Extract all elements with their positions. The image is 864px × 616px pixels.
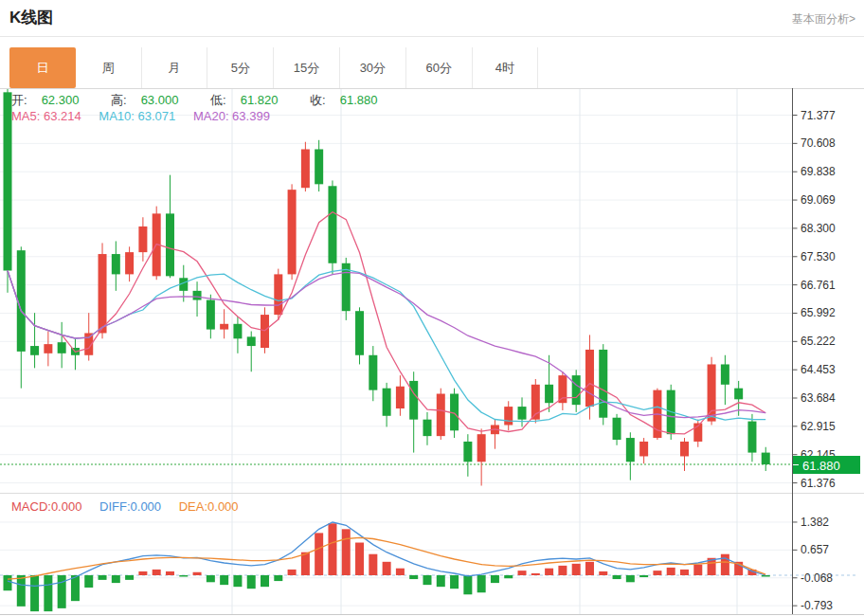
macd-bar: [261, 575, 269, 587]
candle: [721, 364, 729, 384]
candle: [99, 254, 107, 333]
ma-legend: MA5: 63.214 MA10: 63.071 MA20: 63.399: [11, 109, 284, 123]
svg-text:1.382: 1.382: [801, 516, 829, 529]
current-price-badge: 61.880: [793, 456, 860, 474]
svg-text:0.657: 0.657: [801, 543, 829, 556]
candle: [437, 394, 445, 437]
close-value: 收:61.880: [310, 93, 391, 107]
macd-bar: [626, 575, 635, 582]
candle: [328, 186, 336, 263]
candle: [545, 385, 553, 403]
diff-line: [8, 522, 765, 586]
macd-bar: [477, 575, 486, 592]
candle: [477, 434, 486, 462]
low-value: 低:61.820: [210, 93, 292, 107]
macd-bar: [138, 571, 147, 575]
macd-bar: [4, 575, 12, 590]
macd-bar: [247, 575, 256, 589]
svg-text:-0.068: -0.068: [801, 571, 833, 585]
candle: [30, 346, 39, 355]
kline-page: K线图 基本面分析> 日周月5分15分30分60分4时 71.37770.608…: [0, 0, 864, 616]
candle: [288, 190, 297, 274]
svg-text:65.222: 65.222: [801, 335, 836, 348]
macd-bar: [315, 533, 323, 575]
svg-text:62.915: 62.915: [801, 420, 836, 433]
candle: [518, 407, 527, 420]
macd-bar: [342, 529, 351, 575]
macd-value: MACD:0.000: [11, 499, 81, 514]
macd-bar: [112, 575, 120, 583]
svg-text:69.069: 69.069: [801, 193, 836, 207]
macd-bar: [409, 575, 418, 579]
macd-bar: [58, 575, 66, 608]
macd-bar: [17, 575, 26, 607]
candle: [125, 252, 134, 274]
candle: [639, 442, 648, 457]
candle: [112, 254, 120, 274]
macd-bar: [721, 554, 729, 575]
candle: [355, 311, 364, 355]
macd-bar: [437, 575, 445, 587]
candle: [166, 213, 174, 276]
ohlc-legend: 开:62.300 高:63.000 低:61.820 收:61.880: [11, 92, 405, 109]
candle: [599, 350, 607, 418]
candle: [44, 344, 52, 353]
svg-text:61.376: 61.376: [801, 477, 836, 490]
candle: [247, 336, 256, 346]
macd-bar: [71, 575, 80, 601]
candle: [58, 342, 66, 353]
candle: [585, 350, 594, 407]
candle: [423, 420, 431, 436]
candle: [747, 422, 756, 453]
candle: [315, 149, 323, 184]
macd-bar: [179, 575, 188, 577]
macd-bar: [125, 575, 134, 580]
candle: [734, 389, 743, 400]
candle: [233, 324, 242, 339]
macd-bar: [288, 570, 297, 575]
candle: [708, 364, 716, 421]
candle: [207, 300, 215, 330]
candle: [558, 375, 567, 403]
macd-bar: [450, 575, 459, 589]
macd-bar: [233, 575, 242, 587]
macd-bar: [762, 575, 770, 577]
macd-bar: [423, 575, 431, 585]
macd-bar: [613, 575, 621, 579]
macd-histogram: [4, 523, 770, 611]
macd-bar: [369, 554, 377, 575]
macd-bar: [44, 575, 52, 611]
candle: [193, 291, 202, 300]
dea-value: DEA:0.000: [179, 499, 239, 514]
macd-bar: [207, 575, 215, 582]
macd-bar: [599, 571, 607, 575]
macd-bar: [585, 562, 594, 575]
macd-bar: [274, 575, 282, 581]
macd-bar: [153, 570, 161, 575]
macd-bar: [653, 571, 661, 575]
ma10-value: MA10: 63.071: [99, 109, 175, 123]
svg-text:64.453: 64.453: [801, 363, 836, 376]
macd-bar: [166, 571, 174, 575]
macd-bar: [383, 562, 391, 575]
macd-bar: [463, 575, 472, 594]
macd-bar: [504, 575, 513, 578]
candle: [301, 149, 310, 188]
ma20-value: MA20: 63.399: [193, 109, 270, 123]
candle: [613, 418, 621, 440]
svg-text:66.761: 66.761: [801, 279, 836, 292]
macd-bar: [531, 573, 540, 575]
candle: [138, 226, 147, 252]
macd-bar: [328, 523, 336, 575]
macd-bar: [639, 575, 648, 577]
macd-bar: [572, 564, 581, 575]
candle: [680, 442, 689, 457]
svg-text:71.377: 71.377: [801, 109, 836, 122]
macd-bar: [99, 575, 107, 580]
candle: [369, 355, 377, 390]
high-value: 高:63.000: [111, 93, 192, 107]
macd-bar: [491, 575, 499, 583]
macd-bar: [545, 569, 553, 575]
candle: [762, 453, 770, 464]
svg-text:65.992: 65.992: [801, 306, 836, 319]
